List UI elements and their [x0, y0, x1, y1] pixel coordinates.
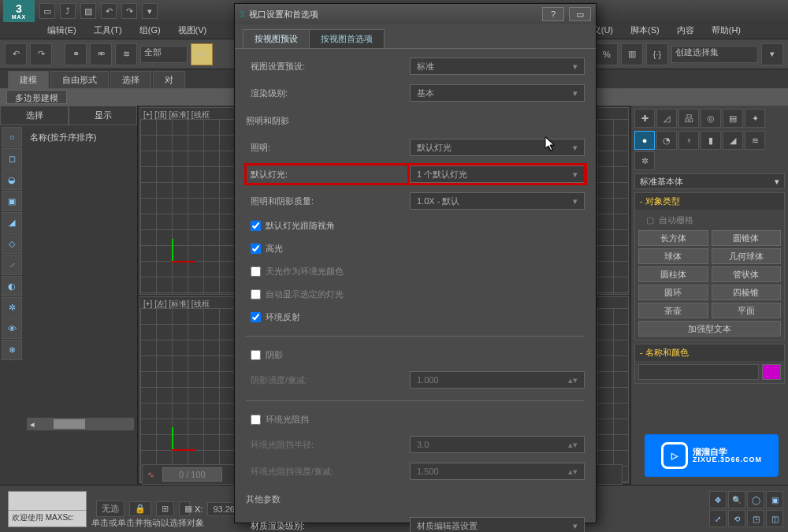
lighting-select[interactable]: 默认灯光	[410, 139, 585, 156]
lights-icon[interactable]: ♀	[678, 131, 699, 150]
filter-freeze-icon[interactable]: ❄	[2, 340, 22, 360]
list-hscroll[interactable]: ◂	[27, 418, 134, 430]
filter-bone-icon[interactable]: ⟋	[2, 255, 22, 275]
hierarchy-tab-icon[interactable]: 品	[678, 109, 699, 128]
nav-c-icon[interactable]: ◳	[747, 510, 764, 527]
link-btn[interactable]: ⚭	[65, 43, 87, 65]
curve-editor-btn[interactable]: {·}	[646, 43, 668, 65]
check-envrefl[interactable]: 环境反射	[246, 310, 585, 325]
btn-teapot[interactable]: 茶壶	[638, 303, 708, 318]
object-name-input[interactable]	[638, 364, 759, 380]
modify-tab-icon[interactable]: ◿	[656, 109, 677, 128]
select-object-btn[interactable]: ▭	[191, 43, 213, 65]
mirror-btn[interactable]: ▥	[621, 43, 643, 65]
filter-space-icon[interactable]: ◇	[2, 233, 22, 254]
filter-shape-icon[interactable]: ◻	[2, 148, 22, 169]
selection-filter[interactable]: 全部	[140, 46, 188, 63]
nav-fov-icon[interactable]: ▣	[766, 491, 783, 508]
rollout-title-objtype[interactable]: 对象类型	[635, 193, 784, 210]
open-icon[interactable]: ⤴	[60, 3, 76, 19]
named-sel-set[interactable]: 创建选择集	[671, 46, 758, 63]
tab-select[interactable]: 选择	[110, 71, 151, 88]
btn-box[interactable]: 长方体	[638, 230, 708, 246]
default-light-select[interactable]: 1 个默认灯光	[410, 166, 585, 183]
check-skylight[interactable]: 天光作为环境光颜色	[246, 264, 585, 279]
preset-select[interactable]: 标准	[410, 58, 585, 75]
btn-plane[interactable]: 平面	[712, 303, 782, 318]
filter-a-icon[interactable]: ◐	[2, 276, 22, 296]
unlink-btn[interactable]: ⚮	[90, 43, 112, 65]
menu-tools[interactable]: 工具(T)	[86, 23, 130, 38]
menu-group[interactable]: 组(G)	[132, 23, 169, 38]
nav-max-icon[interactable]: ◫	[766, 510, 783, 527]
dropdown-icon[interactable]: ▾	[761, 43, 783, 65]
coord-plus-icon[interactable]: ▦	[179, 501, 190, 516]
scene-list[interactable]: 名称(按升序排序) ◂	[24, 125, 137, 485]
check-shadow[interactable]: 阴影	[246, 348, 585, 363]
ribbon-polymodel[interactable]: 多边形建模	[6, 90, 67, 104]
menu-view[interactable]: 视图(V)	[170, 23, 215, 38]
undo-btn[interactable]: ↶	[5, 43, 27, 65]
btn-geosphere[interactable]: 几何球体	[712, 248, 782, 264]
redo-icon[interactable]: ↷	[121, 3, 137, 19]
filter-geom-icon[interactable]: ○	[2, 127, 22, 147]
object-color-swatch[interactable]	[762, 364, 781, 380]
utilities-tab-icon[interactable]: ✦	[745, 109, 765, 128]
percent-btn[interactable]: %	[596, 43, 618, 65]
nav-a-icon[interactable]: ⤢	[709, 510, 727, 527]
tab-freeform[interactable]: 自由形式	[50, 71, 109, 88]
check-autoshow[interactable]: 自动显示选定的灯光	[246, 287, 585, 302]
check-ao[interactable]: 环境光阻挡	[246, 412, 585, 427]
filter-light-icon[interactable]: ◒	[2, 169, 22, 190]
btn-cone[interactable]: 圆锥体	[712, 230, 782, 246]
menu-content[interactable]: 内容	[669, 23, 702, 38]
renderlvl-select[interactable]: 基本	[410, 84, 585, 102]
tab-per-view-pref[interactable]: 按视图首选项	[309, 29, 385, 48]
filter-b-icon[interactable]: ✲	[2, 297, 22, 318]
left-tab-display[interactable]: 显示	[69, 106, 137, 125]
shapes-icon[interactable]: ◔	[656, 131, 677, 150]
redo-btn[interactable]: ↷	[30, 43, 52, 65]
helpers-icon[interactable]: ◢	[723, 131, 743, 150]
left-tab-select[interactable]: 选择	[0, 106, 69, 125]
menu-script[interactable]: 脚本(S)	[623, 23, 667, 38]
nav-zoom-icon[interactable]: 🔍	[728, 491, 745, 508]
tab-modeling[interactable]: 建模	[8, 71, 49, 88]
category-dropdown[interactable]: 标准基本体▾	[634, 173, 785, 189]
rollout-title-namecolor[interactable]: 名称和颜色	[635, 344, 784, 361]
btn-torus[interactable]: 圆环	[638, 285, 708, 300]
btn-textplus[interactable]: 加强型文本	[638, 321, 781, 337]
tab-per-view-preset[interactable]: 按视图预设	[243, 29, 310, 48]
plus-icon[interactable]: ▾	[142, 3, 158, 19]
dialog-titlebar[interactable]: 3 视口设置和首选项 ? ▭	[235, 4, 596, 24]
btn-sphere[interactable]: 球体	[638, 248, 708, 264]
check-follow[interactable]: 默认灯光跟随视角	[246, 218, 585, 233]
nav-pan-icon[interactable]: ✥	[709, 491, 727, 508]
time-slider-thumb[interactable]: 0 / 100	[162, 467, 222, 482]
autogrid-check[interactable]: ▢ 自动栅格	[638, 213, 781, 228]
motion-tab-icon[interactable]: ◎	[701, 109, 721, 128]
filter-helper-icon[interactable]: ◢	[2, 212, 22, 233]
cameras-icon[interactable]: ▮	[701, 131, 721, 150]
btn-pyramid[interactable]: 四棱锥	[712, 285, 782, 300]
check-highlight[interactable]: 高光	[246, 241, 585, 256]
btn-tube[interactable]: 管状体	[712, 266, 782, 282]
app-logo[interactable]: 3MAX	[3, 0, 35, 22]
quality-select[interactable]: 1.0X - 默认	[410, 192, 585, 210]
nav-orbit-icon[interactable]: ◯	[747, 491, 764, 508]
filter-camera-icon[interactable]: ▣	[2, 191, 22, 211]
save-icon[interactable]: ▧	[80, 3, 96, 19]
display-tab-icon[interactable]: ▤	[723, 109, 743, 128]
btn-cylinder[interactable]: 圆柱体	[638, 266, 708, 282]
tab-obj[interactable]: 对	[153, 71, 185, 88]
new-icon[interactable]: ▭	[39, 3, 55, 19]
menu-help[interactable]: 帮助(H)	[704, 23, 749, 38]
dialog-help-icon[interactable]: ?	[542, 7, 564, 21]
matlevel-select[interactable]: 材质编辑器设置	[410, 517, 585, 532]
systems-icon[interactable]: ✲	[634, 151, 655, 170]
dialog-close-icon[interactable]: ▭	[569, 7, 591, 21]
create-tab-icon[interactable]: ✚	[634, 109, 655, 128]
spacewarp-icon[interactable]: ≋	[745, 131, 765, 150]
geometry-icon[interactable]: ●	[634, 131, 655, 150]
undo-icon[interactable]: ↶	[101, 3, 117, 19]
